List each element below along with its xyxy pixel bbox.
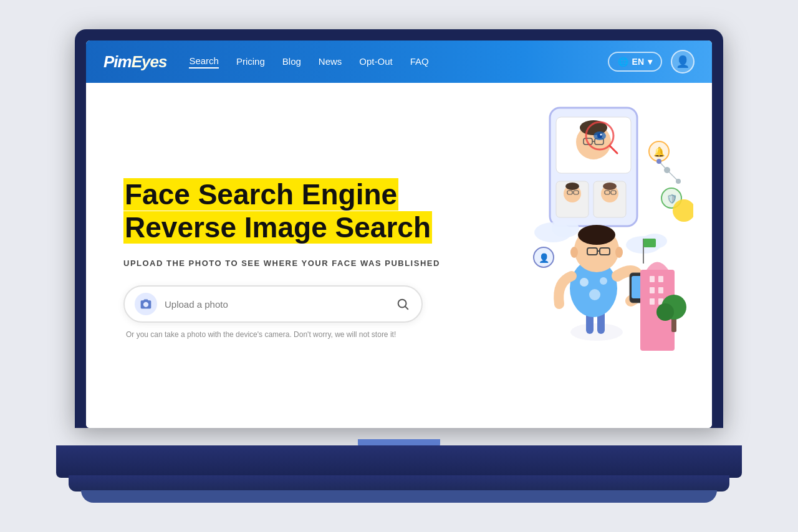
globe-icon: 🌐 [618,57,628,67]
svg-point-21 [603,183,617,190]
nav-right: 🌐 EN ▾ 👤 [608,50,695,74]
hero-title-line2: Reverse Image Search [123,211,432,244]
svg-point-43 [600,277,607,285]
nav-news[interactable]: News [319,56,342,68]
svg-text:🔔: 🔔 [653,146,665,158]
svg-line-1 [405,307,408,310]
svg-rect-58 [650,298,655,305]
nav-links: Search Pricing Blog News Opt-Out FAQ [189,55,607,69]
screen: PimEyes Search Pricing Blog News Opt-Out… [86,40,712,428]
nav-blog[interactable]: Blog [282,56,301,68]
svg-rect-54 [650,276,655,282]
nav-pricing[interactable]: Pricing [236,56,265,68]
svg-point-41 [580,278,589,287]
search-submit-button[interactable] [393,294,413,314]
svg-point-25 [552,220,579,237]
laptop-base [56,422,742,503]
svg-point-45 [578,225,615,245]
svg-line-34 [667,170,678,181]
hero-title: Face Search Engine Reverse Image Search [123,178,485,244]
hero-illustration: 🔔 🛡️ [481,89,693,351]
svg-point-42 [589,289,600,300]
svg-point-13 [600,134,602,136]
laptop-device: PimEyes Search Pricing Blog News Opt-Out… [56,29,742,503]
laptop-bottom [81,490,717,503]
hero-subtitle: UPLOAD THE PHOTO TO SEE WHERE YOUR FACE … [123,259,485,268]
photo-upload-input[interactable] [165,299,393,310]
laptop-base-body [56,445,742,478]
svg-point-50 [615,247,623,258]
navbar: PimEyes Search Pricing Blog News Opt-Out… [86,40,712,83]
svg-text:👤: 👤 [539,253,550,264]
camera-icon [140,298,152,310]
left-section: Face Search Engine Reverse Image Search … [123,178,485,340]
svg-rect-56 [650,287,655,293]
svg-point-36 [656,159,661,164]
svg-point-17 [565,183,579,190]
svg-rect-55 [658,276,663,282]
camera-upload-button[interactable] [135,293,157,315]
svg-rect-57 [658,287,663,293]
language-button[interactable]: 🌐 EN ▾ [608,52,662,72]
nav-faq[interactable]: FAQ [410,56,429,68]
svg-point-62 [656,303,674,321]
nav-optout[interactable]: Opt-Out [359,56,392,68]
user-icon: 👤 [676,55,690,69]
laptop-foot [69,475,729,492]
user-account-button[interactable]: 👤 [671,50,695,74]
language-label: EN [632,57,644,67]
hero-title-line1: Face Search Engine [123,178,398,211]
camera-hint-text: Or you can take a photo with the device'… [123,330,423,339]
laptop-lid: PimEyes Search Pricing Blog News Opt-Out… [75,29,723,428]
nav-search[interactable]: Search [189,55,219,69]
main-content: Face Search Engine Reverse Image Search … [86,83,712,428]
illustration-svg: 🔔 🛡️ [481,89,693,351]
svg-rect-65 [643,239,656,247]
search-icon [396,297,410,311]
svg-point-49 [570,247,578,258]
svg-text:🛡️: 🛡️ [666,194,678,204]
chevron-down-icon: ▾ [648,57,652,67]
logo: PimEyes [103,52,166,72]
svg-point-37 [570,323,623,341]
search-box [123,285,423,323]
